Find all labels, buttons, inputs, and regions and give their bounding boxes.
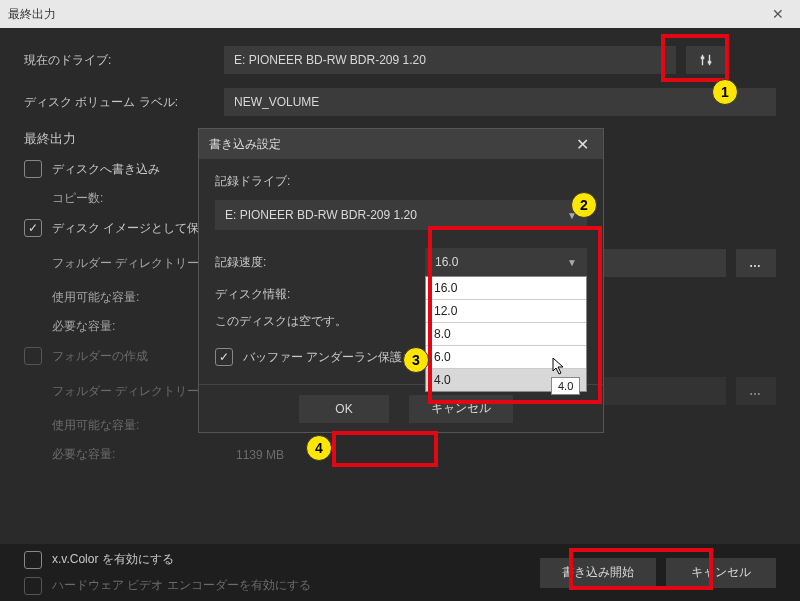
xvcolor-label: x.v.Color を有効にする — [52, 551, 174, 568]
footer: x.v.Color を有効にする ハードウェア ビデオ エンコーダーを有効にする… — [0, 544, 800, 601]
volume-label-field[interactable]: NEW_VOLUME — [224, 88, 776, 116]
current-drive-field[interactable]: E: PIONEER BD-RW BDR-209 1.20 — [224, 46, 676, 74]
current-drive-label: 現在のドライブ: — [24, 52, 224, 69]
browse-folder-button: … — [736, 377, 776, 405]
buffer-underrun-checkbox[interactable] — [215, 348, 233, 366]
dialog-cancel-button[interactable]: キャンセル — [409, 395, 513, 423]
volume-label-label: ディスク ボリューム ラベル: — [24, 94, 224, 111]
rec-drive-value: E: PIONEER BD-RW BDR-209 1.20 — [225, 208, 417, 222]
rec-drive-label: 記録ドライブ: — [215, 173, 587, 190]
ellipsis-icon: … — [749, 256, 763, 270]
mouse-cursor-icon — [552, 357, 566, 378]
write-to-disc-label: ディスクへ書き込み — [52, 161, 160, 178]
speed-option[interactable]: 12.0 — [426, 300, 586, 323]
dialog-close-icon[interactable]: ✕ — [572, 135, 593, 154]
speed-option[interactable]: 16.0 — [426, 277, 586, 300]
dialog-ok-button[interactable]: OK — [299, 395, 389, 423]
browse-iso-button[interactable]: … — [736, 249, 776, 277]
close-icon[interactable]: ✕ — [764, 0, 792, 28]
create-folder-label: フォルダーの作成 — [52, 348, 148, 365]
save-as-image-label: ディスク イメージとして保存 — [52, 220, 211, 237]
speed-tooltip: 4.0 — [551, 377, 580, 395]
rec-speed-label: 記録速度: — [215, 254, 425, 271]
xvcolor-checkbox[interactable] — [24, 551, 42, 569]
rec-drive-select[interactable]: E: PIONEER BD-RW BDR-209 1.20 ▼ — [215, 200, 587, 230]
window-titlebar: 最終出力 ✕ — [0, 0, 800, 28]
needed-value2: 1139 MB — [236, 448, 284, 462]
hw-encoder-checkbox — [24, 577, 42, 595]
needed-label2: 必要な容量: — [52, 446, 224, 463]
svg-rect-2 — [701, 57, 705, 60]
burn-settings-dialog: 書き込み設定 ✕ 記録ドライブ: E: PIONEER BD-RW BDR-20… — [198, 128, 604, 433]
hw-encoder-label: ハードウェア ビデオ エンコーダーを有効にする — [52, 577, 311, 594]
footer-cancel-button[interactable]: キャンセル — [666, 558, 776, 588]
write-to-disc-checkbox[interactable] — [24, 160, 42, 178]
create-folder-checkbox[interactable] — [24, 347, 42, 365]
dialog-title: 書き込み設定 — [209, 136, 281, 153]
window-title: 最終出力 — [8, 6, 56, 23]
save-as-image-checkbox[interactable] — [24, 219, 42, 237]
caret-down-icon: ▼ — [567, 257, 577, 268]
caret-down-icon: ▼ — [567, 210, 577, 221]
dialog-titlebar: 書き込み設定 ✕ — [199, 129, 603, 159]
start-burn-button[interactable]: 書き込み開始 — [540, 558, 656, 588]
speed-option[interactable]: 8.0 — [426, 323, 586, 346]
svg-rect-3 — [708, 61, 712, 64]
ellipsis-icon: … — [749, 384, 763, 398]
burn-settings-button[interactable] — [686, 46, 726, 74]
buffer-underrun-label: バッファー アンダーラン保護を含める — [243, 349, 450, 366]
rec-speed-select[interactable]: 16.0 ▼ 16.012.08.06.04.0 — [425, 248, 587, 276]
rec-speed-value: 16.0 — [435, 255, 458, 269]
sliders-icon — [699, 53, 713, 67]
